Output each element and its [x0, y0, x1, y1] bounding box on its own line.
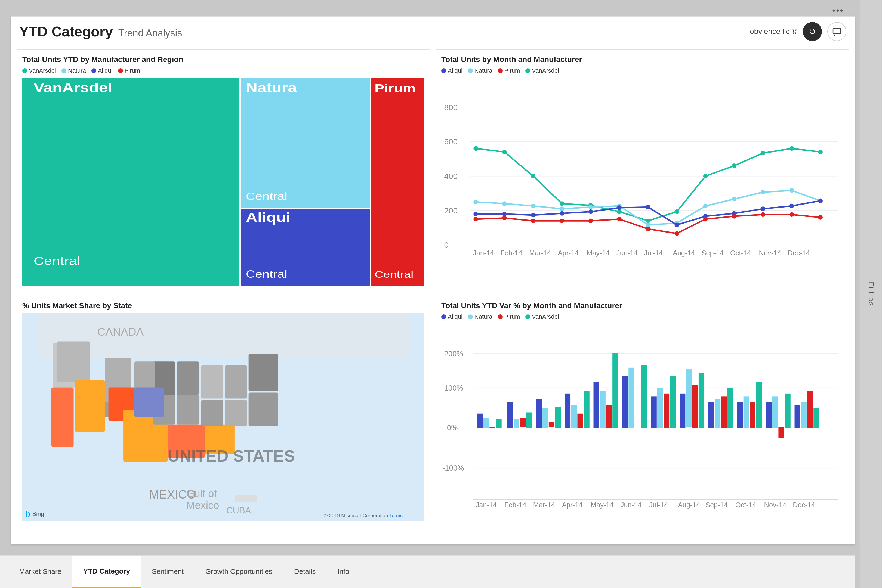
svg-rect-171	[778, 427, 784, 438]
bar-chart-panel: Total Units YTD Var % by Month and Manuf…	[435, 296, 849, 536]
svg-point-43	[674, 209, 679, 214]
svg-rect-169	[766, 402, 771, 428]
refresh-button[interactable]: ↺	[803, 22, 822, 41]
svg-rect-143	[577, 414, 583, 428]
svg-rect-141	[565, 393, 570, 428]
svg-text:0: 0	[444, 240, 448, 249]
svg-text:Dec-14: Dec-14	[793, 501, 815, 508]
svg-rect-93	[75, 380, 105, 432]
vanarsdel-label: VanArsdel	[29, 67, 56, 74]
svg-text:Apr-14: Apr-14	[562, 501, 582, 508]
bar-chart-svg: 200% 100% 0% -100%	[441, 324, 843, 532]
pirum-dot	[118, 68, 123, 73]
svg-point-39	[560, 201, 564, 206]
svg-point-79	[588, 219, 593, 223]
map-title: % Units Market Share by State	[22, 302, 424, 310]
tab-sentiment[interactable]: Sentiment	[141, 556, 195, 588]
svg-text:Oct-14: Oct-14	[730, 249, 751, 257]
tab-growth-opportunities[interactable]: Growth Opportunities	[195, 556, 283, 588]
tab-details[interactable]: Details	[283, 556, 327, 588]
svg-rect-4	[241, 78, 370, 208]
bar-chart-container: 200% 100% 0% -100%	[441, 324, 843, 532]
svg-rect-162	[715, 399, 720, 428]
svg-text:Aliqui: Aliqui	[246, 210, 291, 225]
map-terms[interactable]: Terms	[389, 513, 403, 518]
svg-text:Central: Central	[246, 268, 287, 280]
svg-rect-101	[177, 395, 199, 424]
svg-point-84	[732, 214, 736, 219]
svg-point-80	[617, 217, 622, 221]
svg-rect-144	[584, 390, 590, 428]
treemap-legend: VanArsdel Natura Aliqui Pirum	[22, 67, 424, 74]
svg-point-82	[674, 231, 679, 236]
bc-pirum-label: Pirum	[504, 313, 520, 320]
tab-market-share[interactable]: Market Share	[8, 556, 72, 588]
svg-text:Jan-14: Jan-14	[476, 501, 497, 508]
bc-legend-pirum: Pirum	[498, 313, 520, 320]
bc-aliqui-label: Aliqui	[448, 313, 462, 320]
svg-point-53	[588, 205, 593, 209]
svg-point-58	[732, 196, 736, 201]
svg-text:Central: Central	[375, 269, 414, 280]
natura-dot	[62, 68, 66, 73]
svg-point-87	[818, 215, 823, 220]
svg-rect-164	[727, 388, 733, 428]
tab-info[interactable]: Info	[327, 556, 360, 588]
lc-pirum-label: Pirum	[504, 67, 520, 74]
svg-point-78	[560, 219, 564, 223]
svg-text:Feb-14: Feb-14	[504, 501, 526, 508]
svg-text:Jul-14: Jul-14	[644, 249, 663, 257]
svg-rect-132	[496, 419, 502, 428]
svg-rect-165	[737, 402, 743, 428]
svg-rect-176	[813, 408, 819, 428]
map-copyright: © 2019 Microsoft Corporation Terms	[324, 513, 403, 519]
svg-rect-0	[833, 28, 841, 34]
svg-rect-155	[663, 393, 669, 428]
svg-point-76	[502, 216, 507, 220]
svg-text:Nov-14: Nov-14	[764, 501, 786, 508]
bing-b: b	[26, 509, 30, 519]
svg-text:Sep-14: Sep-14	[701, 249, 724, 257]
line-chart-container: 0 200 400 600 800 Jan-14 Feb-14 Mar-14 A…	[441, 78, 843, 286]
svg-rect-153	[651, 396, 657, 428]
map-panel: % Units Market Share by State	[16, 296, 430, 536]
legend-natura: Natura	[62, 67, 86, 74]
svg-text:Dec-14: Dec-14	[788, 249, 810, 257]
svg-point-41	[617, 209, 622, 214]
map-svg: UNITED STATES MEXICO Gulf of Mexico CANA…	[22, 313, 424, 521]
lc-legend-pirum: Pirum	[498, 67, 520, 74]
svg-rect-170	[772, 396, 778, 428]
copyright-text: © 2019 Microsoft Corporation	[324, 513, 388, 518]
svg-text:Jun-14: Jun-14	[616, 249, 638, 257]
svg-point-44	[703, 174, 708, 178]
svg-text:VanArsdel: VanArsdel	[33, 81, 112, 95]
lc-vanarsdel-label: VanArsdel	[532, 67, 559, 74]
svg-rect-148	[612, 353, 618, 428]
report-area: YTD Category Trend Analysis obvience llc…	[11, 16, 855, 544]
lc-legend-vanarsdel: VanArsdel	[525, 67, 559, 74]
svg-rect-154	[657, 388, 663, 428]
header-right: obvience llc © ↺	[750, 22, 846, 41]
lc-legend-aliqui: Aliqui	[441, 67, 462, 74]
comment-button[interactable]	[827, 22, 846, 41]
svg-point-68	[646, 205, 651, 209]
svg-point-67	[617, 206, 622, 210]
svg-text:200%: 200%	[444, 350, 463, 358]
svg-point-85	[760, 212, 765, 217]
tab-ytd-category[interactable]: YTD Category	[72, 556, 141, 588]
svg-point-46	[760, 151, 765, 155]
svg-rect-174	[801, 402, 807, 428]
svg-point-42	[646, 219, 651, 223]
svg-rect-146	[600, 390, 606, 428]
svg-rect-91	[57, 342, 90, 382]
svg-rect-138	[543, 408, 548, 428]
three-dots-menu[interactable]: •••	[832, 6, 844, 15]
legend-pirum: Pirum	[118, 67, 140, 74]
svg-rect-149	[622, 376, 628, 428]
svg-rect-135	[520, 418, 526, 427]
svg-rect-89	[38, 313, 409, 358]
svg-text:0%: 0%	[447, 423, 458, 432]
svg-text:Aug-14: Aug-14	[678, 501, 700, 508]
bing-attribution: b Bing	[26, 509, 44, 519]
legend-vanarsdel: VanArsdel	[22, 67, 56, 74]
